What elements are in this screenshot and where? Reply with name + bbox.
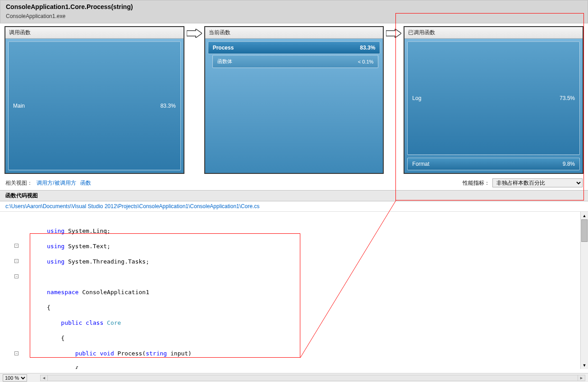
related-views-label: 相关视图： [5, 180, 32, 186]
callee-log-name: Log [412, 95, 421, 101]
current-body-pct: < 0.1% [358, 59, 374, 64]
scroll-down-icon[interactable]: ▼ [581, 361, 588, 369]
caller-pct: 83.3% [161, 103, 176, 109]
caller-tile-main[interactable]: Main 83.3% [8, 41, 181, 170]
code-view-header: 函数代码视图 [0, 190, 588, 201]
scroll-right-icon[interactable]: ► [578, 375, 585, 381]
called-functions-panel: 已调用函数 Log 73.5% Format 9.8% [404, 26, 583, 174]
fold-gutter: − − − − [14, 212, 21, 369]
link-caller-callee[interactable]: 调用方/被调用方 [37, 180, 76, 186]
caller-name: Main [13, 103, 25, 109]
links-row: 相关视图： 调用方/被调用方 函数 性能指标： 非独占样本数百分比 [0, 177, 588, 190]
metric-label: 性能指标： [463, 179, 490, 187]
current-function-header: 当前函数 [205, 27, 383, 39]
current-function-panel: 当前函数 Process 83.3% 函数体 < 0.1% [204, 26, 384, 174]
calling-functions-panel: 调用函数 Main 83.3% [5, 26, 184, 174]
called-functions-header: 已调用函数 [404, 27, 583, 39]
current-tile-body[interactable]: 函数体 < 0.1% [212, 55, 379, 68]
code-content[interactable]: using System.Linq; using System.Text; us… [23, 212, 588, 369]
current-pct: 83.3% [360, 45, 375, 51]
scrollbar-thumb[interactable] [581, 219, 588, 242]
metric-select[interactable]: 非独占样本数百分比 [492, 178, 583, 187]
bottom-bar: 100 % ◄ ► [0, 373, 588, 382]
fold-toggle[interactable]: − [14, 244, 18, 248]
link-functions[interactable]: 函数 [80, 180, 91, 186]
function-boxes-row: 调用函数 Main 83.3% 当前函数 Process 83.3% 函数体 <… [0, 23, 588, 177]
scroll-up-icon[interactable]: ▲ [581, 212, 588, 219]
code-area: − − − − using System.Linq; using System.… [0, 211, 588, 369]
callee-fmt-pct: 9.8% [563, 161, 575, 167]
current-body-name: 函数体 [217, 58, 232, 65]
arrow-icon [386, 26, 402, 38]
current-name: Process [213, 45, 234, 51]
page-subtitle: ConsoleApplication1.exe [6, 13, 582, 19]
calling-functions-header: 调用函数 [5, 27, 184, 39]
fold-toggle[interactable]: − [14, 351, 18, 355]
page-title: ConsoleApplication1.Core.Process(string) [6, 3, 582, 10]
vertical-scrollbar[interactable]: ▲ ▼ [580, 212, 588, 369]
zoom-select[interactable]: 100 % [3, 374, 27, 382]
callee-fmt-name: Format [412, 161, 429, 167]
code-file-path[interactable]: c:\Users\Aaron\Documents\Visual Studio 2… [0, 201, 588, 211]
arrow-icon [186, 26, 202, 38]
callee-tile-format[interactable]: Format 9.8% [407, 158, 580, 170]
fold-toggle[interactable]: − [14, 274, 18, 278]
horizontal-scrollbar[interactable]: ◄ ► [40, 375, 585, 381]
current-tile-process[interactable]: Process 83.3% [208, 41, 381, 54]
header-bar: ConsoleApplication1.Core.Process(string)… [0, 0, 588, 23]
callee-tile-log[interactable]: Log 73.5% [407, 41, 580, 155]
fold-toggle[interactable]: − [14, 259, 18, 263]
scroll-left-icon[interactable]: ◄ [41, 375, 48, 381]
callee-log-pct: 73.5% [560, 95, 575, 101]
